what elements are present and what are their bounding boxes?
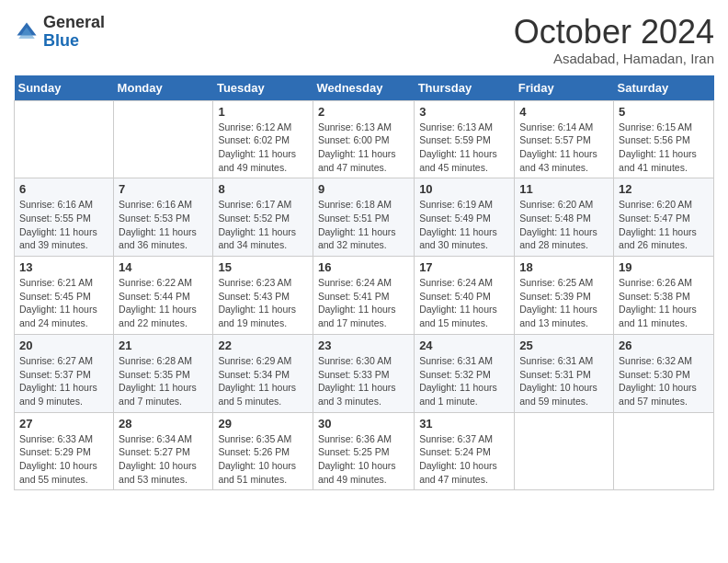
calendar-cell: 21Sunrise: 6:28 AM Sunset: 5:35 PM Dayli… [114,334,213,412]
day-info: Sunrise: 6:12 AM Sunset: 6:02 PM Dayligh… [218,121,308,175]
day-info: Sunrise: 6:22 AM Sunset: 5:44 PM Dayligh… [119,276,208,330]
day-info: Sunrise: 6:32 AM Sunset: 5:30 PM Dayligh… [619,354,709,408]
day-number: 27 [19,417,108,431]
calendar-cell: 2Sunrise: 6:13 AM Sunset: 6:00 PM Daylig… [313,100,414,178]
header-day: Thursday [415,75,515,101]
day-info: Sunrise: 6:24 AM Sunset: 5:41 PM Dayligh… [318,276,409,330]
day-number: 7 [119,182,208,196]
day-info: Sunrise: 6:20 AM Sunset: 5:48 PM Dayligh… [519,198,609,252]
calendar-week-row: 27Sunrise: 6:33 AM Sunset: 5:29 PM Dayli… [15,412,714,490]
day-number: 29 [218,417,308,431]
calendar-cell: 6Sunrise: 6:16 AM Sunset: 5:55 PM Daylig… [15,178,114,257]
day-info: Sunrise: 6:19 AM Sunset: 5:49 PM Dayligh… [419,198,509,252]
day-number: 25 [519,339,609,352]
day-number: 4 [519,105,609,119]
day-info: Sunrise: 6:33 AM Sunset: 5:29 PM Dayligh… [19,432,108,487]
calendar-cell: 19Sunrise: 6:26 AM Sunset: 5:38 PM Dayli… [614,257,714,335]
header-day: Monday [114,75,213,101]
calendar-cell: 11Sunrise: 6:20 AM Sunset: 5:48 PM Dayli… [515,178,614,257]
day-number: 24 [419,339,509,352]
header-day: Friday [515,75,614,101]
day-number: 5 [619,105,709,119]
calendar-cell: 3Sunrise: 6:13 AM Sunset: 5:59 PM Daylig… [415,100,515,178]
logo: General Blue [14,14,105,51]
day-number: 3 [419,105,509,119]
day-info: Sunrise: 6:31 AM Sunset: 5:32 PM Dayligh… [419,354,509,408]
day-number: 9 [318,182,409,196]
day-number: 16 [318,260,409,274]
day-number: 21 [119,339,208,352]
calendar-cell: 16Sunrise: 6:24 AM Sunset: 5:41 PM Dayli… [313,257,414,335]
day-info: Sunrise: 6:23 AM Sunset: 5:43 PM Dayligh… [218,276,308,330]
calendar-table: SundayMondayTuesdayWednesdayThursdayFrid… [14,75,714,491]
day-number: 18 [519,260,609,274]
day-number: 17 [419,260,509,274]
calendar-week-row: 6Sunrise: 6:16 AM Sunset: 5:55 PM Daylig… [15,178,714,257]
calendar-cell: 8Sunrise: 6:17 AM Sunset: 5:52 PM Daylig… [213,178,313,257]
calendar-cell: 27Sunrise: 6:33 AM Sunset: 5:29 PM Dayli… [15,412,114,490]
header-day: Tuesday [213,75,313,101]
day-number: 31 [419,417,509,431]
logo-general-text: General [43,13,105,31]
day-number: 22 [218,339,308,352]
day-info: Sunrise: 6:15 AM Sunset: 5:56 PM Dayligh… [619,121,709,175]
day-info: Sunrise: 6:13 AM Sunset: 6:00 PM Dayligh… [318,121,409,175]
day-number: 6 [19,182,108,196]
calendar-cell: 24Sunrise: 6:31 AM Sunset: 5:32 PM Dayli… [415,334,515,412]
day-number: 26 [619,339,709,352]
day-number: 28 [119,417,208,431]
day-info: Sunrise: 6:31 AM Sunset: 5:31 PM Dayligh… [519,354,609,408]
calendar-cell: 15Sunrise: 6:23 AM Sunset: 5:43 PM Dayli… [213,257,313,335]
day-info: Sunrise: 6:25 AM Sunset: 5:39 PM Dayligh… [519,276,609,330]
calendar-cell: 22Sunrise: 6:29 AM Sunset: 5:34 PM Dayli… [213,334,313,412]
day-info: Sunrise: 6:20 AM Sunset: 5:47 PM Dayligh… [619,198,709,252]
day-info: Sunrise: 6:37 AM Sunset: 5:24 PM Dayligh… [419,432,509,487]
calendar-cell [15,100,114,178]
calendar-cell: 7Sunrise: 6:16 AM Sunset: 5:53 PM Daylig… [114,178,213,257]
calendar-cell: 29Sunrise: 6:35 AM Sunset: 5:26 PM Dayli… [213,412,313,490]
day-number: 2 [318,105,409,119]
calendar-cell: 28Sunrise: 6:34 AM Sunset: 5:27 PM Dayli… [114,412,213,490]
header-day: Saturday [614,75,714,101]
header-row: SundayMondayTuesdayWednesdayThursdayFrid… [15,75,714,101]
day-info: Sunrise: 6:17 AM Sunset: 5:52 PM Dayligh… [218,198,308,252]
day-info: Sunrise: 6:35 AM Sunset: 5:26 PM Dayligh… [218,432,308,487]
day-info: Sunrise: 6:24 AM Sunset: 5:40 PM Dayligh… [419,276,509,330]
logo-blue-text: Blue [43,31,79,50]
day-number: 20 [19,339,108,352]
day-number: 12 [619,182,709,196]
calendar-cell: 31Sunrise: 6:37 AM Sunset: 5:24 PM Dayli… [415,412,515,490]
day-info: Sunrise: 6:18 AM Sunset: 5:51 PM Dayligh… [318,198,409,252]
day-info: Sunrise: 6:36 AM Sunset: 5:25 PM Dayligh… [318,432,409,487]
day-number: 23 [318,339,409,352]
calendar-cell [515,412,614,490]
calendar-cell: 18Sunrise: 6:25 AM Sunset: 5:39 PM Dayli… [515,257,614,335]
header-day: Sunday [15,75,114,101]
calendar-week-row: 13Sunrise: 6:21 AM Sunset: 5:45 PM Dayli… [15,257,714,335]
calendar-cell: 13Sunrise: 6:21 AM Sunset: 5:45 PM Dayli… [15,257,114,335]
title-block: October 2024 Asadabad, Hamadan, Iran [514,14,714,66]
calendar-week-row: 20Sunrise: 6:27 AM Sunset: 5:37 PM Dayli… [15,334,714,412]
day-number: 11 [519,182,609,196]
calendar-week-row: 1Sunrise: 6:12 AM Sunset: 6:02 PM Daylig… [15,100,714,178]
day-info: Sunrise: 6:30 AM Sunset: 5:33 PM Dayligh… [318,354,409,408]
calendar-cell: 17Sunrise: 6:24 AM Sunset: 5:40 PM Dayli… [415,257,515,335]
calendar-cell: 9Sunrise: 6:18 AM Sunset: 5:51 PM Daylig… [313,178,414,257]
day-info: Sunrise: 6:34 AM Sunset: 5:27 PM Dayligh… [119,432,208,487]
day-number: 30 [318,417,409,431]
calendar-cell [614,412,714,490]
calendar-header: SundayMondayTuesdayWednesdayThursdayFrid… [15,75,714,101]
calendar-cell: 26Sunrise: 6:32 AM Sunset: 5:30 PM Dayli… [614,334,714,412]
day-number: 1 [218,105,308,119]
month-title: October 2024 [514,14,714,51]
day-number: 8 [218,182,308,196]
calendar-cell: 14Sunrise: 6:22 AM Sunset: 5:44 PM Dayli… [114,257,213,335]
header-day: Wednesday [313,75,414,101]
calendar-cell: 12Sunrise: 6:20 AM Sunset: 5:47 PM Dayli… [614,178,714,257]
day-info: Sunrise: 6:27 AM Sunset: 5:37 PM Dayligh… [19,354,108,408]
day-number: 19 [619,260,709,274]
day-info: Sunrise: 6:16 AM Sunset: 5:55 PM Dayligh… [19,198,108,252]
day-info: Sunrise: 6:14 AM Sunset: 5:57 PM Dayligh… [519,121,609,175]
subtitle: Asadabad, Hamadan, Iran [514,51,714,66]
day-info: Sunrise: 6:21 AM Sunset: 5:45 PM Dayligh… [19,276,108,330]
